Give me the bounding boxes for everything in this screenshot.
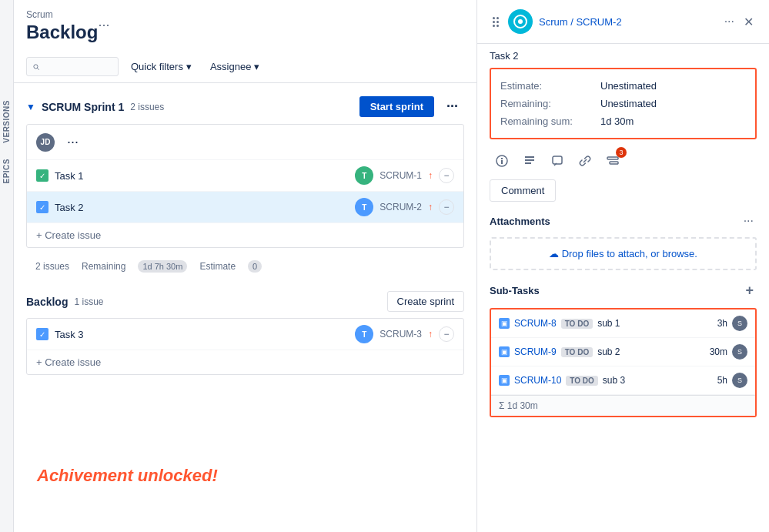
toolbar: Quick filters ▾ Assignee ▾ [14, 51, 476, 83]
list-item[interactable]: ▣ SCRUM-8 TO DO sub 1 3h S [491, 309, 755, 338]
remaining-value: Unestimated [600, 98, 657, 109]
remove-issue-button[interactable]: − [439, 199, 454, 215]
create-issue-link[interactable]: + Create issue [27, 223, 463, 247]
main-content: Scrum Backlog ··· Quick filters ▾ Assign… [14, 0, 476, 532]
page-more-button[interactable]: ··· [98, 17, 109, 33]
estimate-box: Estimate: Unestimated Remaining: Unestim… [490, 68, 757, 139]
page-header: Scrum Backlog ··· [14, 0, 476, 51]
panel-drag-handle[interactable] [490, 14, 502, 30]
table-row[interactable]: ✓ Task 1 T SCRUM-1 ↑ − [27, 160, 463, 192]
right-panel: Scrum / SCRUM-2 ··· ✕ Task 2 Estimate: U… [476, 0, 769, 532]
attachments-section: Attachments ··· ☁ Drop files to attach, … [490, 211, 757, 270]
description-icon-button[interactable] [517, 149, 542, 173]
svg-rect-6 [501, 158, 503, 159]
subtask-id: SCRUM-10 [514, 375, 561, 386]
estimate-row-remaining-sum: Remaining sum: 1d 30m [500, 112, 746, 130]
sprint-footer: 2 issues Remaining 1d 7h 30m Estimate 0 [26, 254, 464, 279]
list-item[interactable]: ▣ SCRUM-10 TO DO sub 3 5h S [491, 366, 755, 395]
subtask-icon-button[interactable]: 3 [600, 149, 625, 173]
sprint-more-button[interactable]: ··· [440, 95, 464, 118]
remove-issue-button[interactable]: − [439, 168, 454, 183]
drop-link[interactable]: browse. [662, 248, 697, 259]
issue-type-task-icon: ✓ [36, 201, 48, 213]
svg-rect-10 [553, 156, 562, 164]
svg-rect-9 [525, 162, 531, 164]
sprint-user-more-button[interactable]: ··· [61, 131, 85, 153]
subtasks-title: Sub-Tasks [490, 285, 540, 296]
subtask-id: SCRUM-8 [514, 318, 557, 329]
backlog-title: Backlog [26, 296, 68, 308]
start-sprint-button[interactable]: Start sprint [359, 96, 434, 117]
remove-issue-button[interactable]: − [439, 326, 454, 342]
sprint-collapse-icon[interactable]: ▼ [26, 102, 35, 112]
subtask-avatar: S [732, 344, 747, 360]
subtask-type-icon: ▣ [499, 375, 510, 386]
panel-close-button[interactable]: ✕ [741, 12, 757, 32]
table-row[interactable]: ✓ Task 3 T SCRUM-3 ↑ − [27, 319, 463, 350]
create-issue-link-backlog[interactable]: + Create issue [27, 350, 463, 374]
remaining-sum-label: Remaining sum: [500, 115, 600, 127]
backlog-count: 1 issue [74, 296, 103, 307]
subtask-id: SCRUM-9 [514, 346, 557, 357]
panel-header-actions: ··· ✕ [721, 12, 757, 32]
remaining-label: Remaining: [500, 98, 600, 109]
panel-task-title: Task 2 [477, 44, 769, 68]
subtask-status-badge: TO DO [561, 347, 593, 357]
estimate-row-estimate: Estimate: Unestimated [500, 77, 746, 95]
search-icon [33, 62, 39, 72]
svg-point-3 [518, 19, 523, 24]
info-icon-button[interactable] [490, 149, 514, 173]
issue-summary: Task 1 [55, 170, 349, 182]
search-box[interactable] [26, 57, 119, 76]
issue-avatar: T [355, 198, 373, 216]
comment-button[interactable]: Comment [490, 179, 556, 202]
panel-app-icon [508, 9, 533, 34]
subtask-name: sub 1 [597, 318, 620, 329]
backlog-issue-list: ✓ Task 3 T SCRUM-3 ↑ − + Create issue [26, 318, 464, 375]
link-icon-button[interactable] [573, 149, 597, 173]
sprint-footer-issues: 2 issues [35, 261, 69, 272]
sidebar-tab-epics[interactable]: EPICS [1, 151, 12, 192]
quick-filters-button[interactable]: Quick filters ▾ [125, 58, 198, 75]
add-subtask-button[interactable]: + [742, 279, 757, 302]
panel-breadcrumb-link[interactable]: SCRUM-2 [576, 16, 621, 28]
attachments-more-button[interactable]: ··· [741, 211, 757, 231]
achievement-text: Achivement unlocked! [37, 466, 218, 486]
table-row[interactable]: ✓ Task 2 T SCRUM-2 ↑ − [27, 192, 463, 223]
drop-zone[interactable]: ☁ Drop files to attach, or browse. [490, 237, 757, 270]
svg-rect-11 [607, 157, 618, 159]
attachments-header: Attachments ··· [490, 211, 757, 231]
estimate-value: Unestimated [600, 80, 657, 92]
svg-rect-5 [501, 160, 503, 164]
sprint-footer-estimate-label: Estimate [199, 261, 236, 272]
sprint-estimate-badge: 0 [248, 260, 262, 273]
sprint-header: ▼ SCRUM Sprint 1 2 issues Start sprint ·… [26, 95, 464, 118]
sidebar-tab-versions[interactable]: VERSIONS [1, 92, 12, 151]
sprint-user-row: JD ··· [27, 125, 463, 160]
panel-breadcrumb: Scrum / SCRUM-2 [539, 16, 715, 28]
subtask-type-icon: ▣ [499, 346, 510, 357]
subtasks-total: Σ 1d 30m [491, 395, 755, 416]
breadcrumb: Scrum [26, 9, 464, 20]
assignee-filter-button[interactable]: Assignee ▾ [204, 58, 266, 75]
list-item[interactable]: ▣ SCRUM-9 TO DO sub 2 30m S [491, 338, 755, 366]
estimate-label: Estimate: [500, 80, 600, 92]
attachments-title: Attachments [490, 216, 550, 227]
subtasks-box: ▣ SCRUM-8 TO DO sub 1 3h S ▣ SCRUM-9 TO … [490, 308, 757, 417]
panel-more-button[interactable]: ··· [721, 12, 737, 32]
remaining-sum-value: 1d 30m [600, 115, 634, 127]
create-sprint-button[interactable]: Create sprint [387, 291, 464, 312]
issue-avatar: T [355, 166, 373, 185]
page-title: Backlog [26, 22, 98, 43]
svg-rect-7 [525, 156, 534, 158]
issue-type-task-icon: ✓ [36, 328, 48, 340]
issue-summary: Task 3 [55, 329, 349, 340]
issue-meta: T SCRUM-2 ↑ − [355, 198, 454, 216]
sprint-issue-list: JD ··· ✓ Task 1 T SCRUM-1 ↑ − ✓ Task 2 [26, 124, 464, 248]
subtask-status-badge: TO DO [566, 376, 597, 386]
search-input[interactable] [42, 61, 112, 72]
svg-line-1 [37, 68, 38, 69]
subtask-badge: 3 [616, 147, 627, 158]
comment-icon-button[interactable] [545, 149, 570, 173]
drop-icon: ☁ [549, 248, 559, 259]
